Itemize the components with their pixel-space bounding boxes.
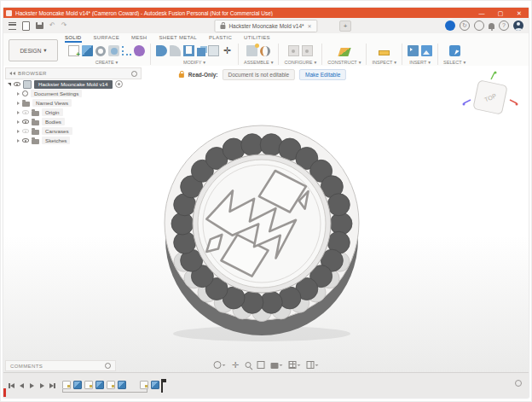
create-sketch-icon[interactable] <box>68 45 79 56</box>
extrude-icon[interactable] <box>82 45 93 56</box>
browser-item-canvases[interactable]: Canvases <box>5 126 142 136</box>
group-label-configure[interactable]: CONFIGURE▾ <box>284 60 316 65</box>
group-label-modify[interactable]: MODIFY▾ <box>183 60 205 65</box>
fillet-icon[interactable] <box>170 45 181 56</box>
view-cube[interactable]: TOP <box>460 71 520 124</box>
viewports-icon[interactable] <box>307 361 319 369</box>
timeline-feature-extrude[interactable] <box>95 381 104 389</box>
make-editable-button[interactable]: Make Editable <box>299 69 346 80</box>
document-tab[interactable]: Hackster Mooncake Mold v14* ✕ <box>214 20 317 32</box>
minimize-button[interactable]: — <box>472 8 491 18</box>
clock-icon[interactable] <box>474 20 484 31</box>
sync-icon[interactable]: ↻ <box>460 20 470 31</box>
group-label-inspect[interactable]: INSPECT▾ <box>372 60 396 65</box>
measure-icon[interactable] <box>379 50 390 55</box>
configuration-icon[interactable] <box>288 45 299 56</box>
tab-utilities[interactable]: UTILITIES <box>244 35 270 43</box>
save-icon[interactable] <box>36 22 43 29</box>
timeline-feature-extrude[interactable] <box>73 381 82 389</box>
collapsed-triangle-icon[interactable] <box>17 102 20 105</box>
viewport-canvas[interactable]: Read-Only: Document is not editable Make… <box>3 66 529 373</box>
timeline-feature-extrude[interactable] <box>151 381 159 389</box>
new-component-icon[interactable] <box>246 45 257 56</box>
document-tab-close-icon[interactable]: ✕ <box>308 23 312 29</box>
job-status-icon[interactable] <box>445 20 455 31</box>
group-label-create[interactable]: CREATE▾ <box>95 60 119 65</box>
go-to-end-button[interactable] <box>49 382 55 389</box>
tab-solid[interactable]: SOLID <box>65 35 82 43</box>
collapse-panel-icon[interactable] <box>9 72 15 75</box>
timeline-playhead[interactable] <box>161 379 163 393</box>
timeline-feature-sketch[interactable] <box>84 381 93 389</box>
visibility-eye-icon[interactable] <box>14 82 20 86</box>
display-settings-icon[interactable] <box>271 362 283 369</box>
group-label-assemble[interactable]: ASSEMBLE▾ <box>244 60 273 65</box>
timeline-settings-gear-icon[interactable] <box>515 380 522 387</box>
collapsed-triangle-icon[interactable] <box>17 92 20 96</box>
undo-button[interactable]: ↶ <box>49 22 55 29</box>
file-menu-icon[interactable] <box>22 21 30 31</box>
cylinder-icon[interactable] <box>108 45 119 56</box>
fit-icon[interactable] <box>257 361 265 369</box>
new-tab-button[interactable]: + <box>339 20 351 32</box>
tab-mesh[interactable]: MESH <box>131 35 147 43</box>
notifications-bell-icon[interactable] <box>489 23 494 29</box>
visibility-eye-icon[interactable] <box>22 129 29 133</box>
browser-item-named-views[interactable]: Named Views <box>5 98 142 108</box>
go-to-start-button[interactable] <box>9 382 14 389</box>
redo-button[interactable]: ↷ <box>61 22 67 29</box>
layout-grid-icon[interactable] <box>289 361 301 369</box>
collapsed-triangle-icon[interactable] <box>17 120 20 124</box>
timeline-feature-extrude[interactable] <box>118 381 126 389</box>
collapsed-triangle-icon[interactable] <box>17 130 20 133</box>
component-color-swatch-icon[interactable] <box>115 80 123 88</box>
collapsed-triangle-icon[interactable] <box>17 139 20 143</box>
group-label-insert[interactable]: INSERT▾ <box>409 60 431 65</box>
timeline-feature-sketch[interactable] <box>107 381 115 389</box>
visibility-eye-icon[interactable] <box>22 119 29 124</box>
insert-mesh-icon[interactable] <box>408 45 419 56</box>
profile-avatar[interactable] <box>513 20 523 31</box>
browser-options-icon[interactable] <box>131 71 137 77</box>
tab-plastic[interactable]: PLASTIC <box>209 35 232 43</box>
browser-header[interactable]: BROWSER <box>5 67 142 79</box>
configuration-table-icon[interactable] <box>302 45 313 56</box>
zoom-icon[interactable] <box>246 362 252 368</box>
workspace-selector[interactable]: DESIGN ▾ <box>9 39 58 61</box>
tab-surface[interactable]: SURFACE <box>94 35 119 43</box>
timeline-feature-sketch[interactable] <box>62 381 71 389</box>
shell-icon[interactable] <box>183 45 194 56</box>
offset-face-icon[interactable] <box>208 45 219 56</box>
help-icon[interactable]: ? <box>499 20 509 31</box>
revolve-icon[interactable] <box>95 46 106 56</box>
browser-item-document-settings[interactable]: Document Settings <box>5 89 142 98</box>
expand-triangle-icon[interactable] <box>8 83 11 86</box>
comments-panel[interactable]: COMMENTS <box>5 360 116 371</box>
browser-item-origin[interactable]: Origin <box>5 108 142 117</box>
pattern-icon[interactable] <box>122 46 131 55</box>
step-forward-button[interactable] <box>39 382 45 389</box>
press-pull-icon[interactable] <box>156 45 167 56</box>
visibility-eye-icon[interactable] <box>22 110 29 114</box>
play-button[interactable] <box>29 382 35 389</box>
visibility-eye-icon[interactable] <box>22 138 29 143</box>
group-label-select[interactable]: SELECT▾ <box>443 60 466 65</box>
collapsed-triangle-icon[interactable] <box>17 111 20 114</box>
orbit-icon[interactable] <box>214 361 226 369</box>
browser-root-row[interactable]: Hackster Mooncake Mold v14 <box>5 79 142 89</box>
data-panel-icon[interactable] <box>9 22 16 30</box>
browser-item-bodies[interactable]: Bodies <box>5 117 142 126</box>
step-back-button[interactable] <box>19 382 25 389</box>
group-label-construct[interactable]: CONSTRUCT▾ <box>327 60 361 65</box>
comments-options-icon[interactable] <box>105 363 111 369</box>
maximize-button[interactable]: ▢ <box>491 8 510 18</box>
insert-canvas-icon[interactable] <box>421 45 432 56</box>
construction-plane-icon[interactable] <box>338 48 350 56</box>
move-copy-icon[interactable]: ✛ <box>222 45 233 56</box>
close-button[interactable]: ✕ <box>510 8 529 18</box>
joint-icon[interactable] <box>260 46 270 56</box>
pan-icon[interactable]: ✛ <box>232 361 240 369</box>
combine-icon[interactable] <box>197 48 205 56</box>
create-form-icon[interactable] <box>134 45 145 56</box>
mooncake-mold-model[interactable] <box>128 119 399 347</box>
